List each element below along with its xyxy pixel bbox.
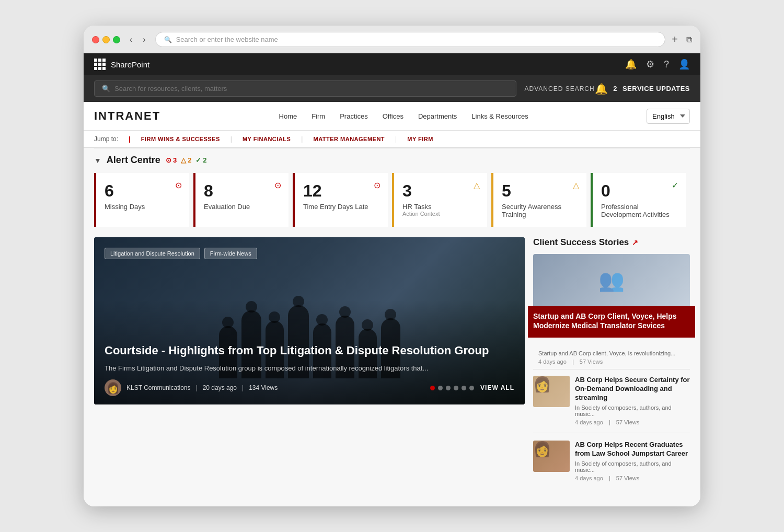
alert-red-count: 3	[173, 156, 177, 164]
story-3-date: 4 days ago	[575, 475, 603, 481]
jump-bar: Jump to: | FIRM WINS & SUCCESSES | MY FI…	[84, 131, 700, 148]
nav-firm[interactable]: Firm	[305, 103, 331, 130]
story-text-3: AB Corp Helps Recent Graduates from Law …	[575, 441, 690, 481]
alert-icon-missing: ⊙	[175, 180, 182, 190]
story-3-views: 57 Views	[616, 475, 639, 481]
view-all-button[interactable]: VIEW ALL	[480, 384, 514, 391]
dot-2[interactable]	[438, 386, 443, 390]
alert-icon-security: △	[573, 180, 579, 190]
nav-offices[interactable]: Offices	[376, 103, 410, 130]
story-item-2[interactable]: 👩 AB Corp Helps Secure Certainty for On-…	[533, 376, 690, 433]
address-bar[interactable]: 🔍 Search or enter the website name	[155, 32, 666, 47]
nav-departments[interactable]: Departments	[412, 103, 463, 130]
alert-label-time: Time Entry Days Late	[303, 203, 379, 211]
story-item-3[interactable]: 👩 AB Corp Helps Recent Graduates from La…	[533, 441, 690, 489]
hero-description: The Firms Litigation and Dispute Resolut…	[105, 364, 514, 373]
sharepoint-topbar: SharePoint 🔔 ⚙ ? 👤	[84, 53, 700, 75]
settings-icon[interactable]: ⚙	[646, 59, 654, 70]
browser-actions: + ⧉	[672, 33, 692, 45]
browser-frame: ‹ › 🔍 Search or enter the website name +…	[84, 26, 700, 506]
alert-card-time-entry[interactable]: 12 Time Entry Days Late ⊙	[293, 173, 388, 227]
nav-links-resources[interactable]: Links & Resources	[465, 103, 534, 130]
hero-author: 👩 KLST Communications | 20 days ago | 13…	[105, 379, 278, 396]
alert-card-hr-tasks[interactable]: 3 HR Tasks Action Context △	[392, 173, 487, 227]
grid-icon	[94, 59, 106, 70]
external-link-icon[interactable]: ↗	[632, 238, 638, 247]
story-2-date: 4 days ago	[575, 419, 603, 425]
main-content: Litigation and Dispute Resolution Firm-w…	[84, 237, 700, 506]
story-subtitle-3: In Society of composers, authors, and mu…	[575, 460, 690, 473]
jump-my-financials[interactable]: MY FINANCIALS	[243, 136, 291, 142]
alert-card-missing-days[interactable]: 6 Missing Days ⊙	[94, 173, 189, 227]
alert-num-security: 5	[502, 181, 578, 201]
advanced-search-button[interactable]: ADVANCED SEARCH	[525, 85, 595, 92]
hero-views: 134 Views	[249, 384, 278, 391]
jump-matter-mgmt[interactable]: MATTER MANAGEMENT	[313, 136, 385, 142]
profile-icon[interactable]: 👤	[678, 59, 690, 70]
nav-home[interactable]: Home	[273, 103, 304, 130]
alert-badge-red: ⊙ 3	[166, 156, 177, 164]
story-text-2: AB Corp Helps Secure Certainty for On-De…	[575, 376, 690, 425]
dot-6[interactable]	[469, 386, 474, 390]
forward-button[interactable]: ›	[140, 34, 148, 45]
topbar-icons: 🔔 ⚙ ? 👤	[625, 59, 690, 70]
client-stories-title: Client Success Stories ↗	[533, 237, 690, 248]
hero-tags: Litigation and Dispute Resolution Firm-w…	[105, 248, 257, 259]
jump-firm-wins[interactable]: FIRM WINS & SUCCESSES	[141, 136, 220, 142]
featured-date: 4 days ago	[538, 358, 567, 365]
alert-yellow-icon: △	[181, 156, 186, 164]
alert-sublabel-hr: Action Context	[402, 211, 479, 217]
hero-divider: |	[196, 384, 198, 391]
dot-1[interactable]	[430, 386, 435, 390]
jump-sep-3: |	[395, 135, 397, 143]
tab-copy-button[interactable]: ⧉	[686, 35, 692, 44]
alert-collapse-button[interactable]: ▼	[94, 156, 101, 165]
hero-footer: 👩 KLST Communications | 20 days ago | 13…	[105, 379, 514, 396]
main-search-input[interactable]	[114, 85, 509, 92]
hero-tag-firmwide[interactable]: Firm-wide News	[204, 248, 257, 259]
dot-3[interactable]	[446, 386, 451, 390]
browser-chrome: ‹ › 🔍 Search or enter the website name +…	[84, 26, 700, 53]
alert-icon-dev: ✓	[672, 180, 678, 190]
hero-pagination-dots	[430, 386, 474, 390]
language-select[interactable]: English	[647, 109, 690, 124]
alert-yellow-count: 2	[188, 156, 191, 164]
back-button[interactable]: ‹	[126, 34, 135, 45]
alert-label-hr: HR Tasks	[402, 203, 479, 211]
notification-icon[interactable]: 🔔	[625, 59, 637, 70]
story-featured-item[interactable]: 👥 Startup and AB Corp Client, Voyce, Hel…	[533, 254, 690, 369]
alert-num-time: 12	[303, 181, 379, 201]
new-tab-button[interactable]: +	[672, 33, 678, 45]
featured-story-title: Startup and AB Corp Client, Voyce, Helps…	[533, 311, 690, 330]
alert-green-count: 2	[203, 156, 206, 164]
story-title-3: AB Corp Helps Recent Graduates from Law …	[575, 441, 690, 458]
hero-section: Litigation and Dispute Resolution Firm-w…	[94, 237, 525, 404]
story-subtitle-2: In Society of composers, authors, and mu…	[575, 404, 690, 417]
story-2-sep: |	[609, 419, 612, 425]
jump-my-firm[interactable]: MY FIRM	[407, 136, 433, 142]
featured-story-subtitle: Startup and AB Corp client, Voyce, is re…	[538, 350, 685, 356]
alert-card-security[interactable]: 5 Security Awareness Training △	[491, 173, 586, 227]
hero-controls: VIEW ALL	[430, 384, 514, 391]
alert-card-development[interactable]: 0 Professional Development Activities ✓	[591, 173, 686, 227]
jump-sep-1: |	[230, 135, 232, 143]
help-icon[interactable]: ?	[664, 59, 669, 70]
main-search-wrap: 🔍	[94, 80, 516, 97]
story-thumb-3: 👩	[533, 441, 570, 472]
alert-card-evaluation[interactable]: 8 Evaluation Due ⊙	[193, 173, 289, 227]
dot-4[interactable]	[454, 386, 458, 390]
hero-tag-litigation[interactable]: Litigation and Dispute Resolution	[105, 248, 200, 259]
alert-icon-hr: △	[474, 180, 480, 190]
alert-bell-icon[interactable]: 🔔	[595, 83, 608, 95]
minimize-button[interactable]	[102, 36, 110, 43]
alert-badge-green: ✓ 2	[195, 156, 206, 164]
nav-links: Home Firm Practices Offices Departments …	[273, 103, 535, 130]
alert-icon-time: ⊙	[374, 180, 381, 190]
alert-label-missing: Missing Days	[105, 203, 181, 211]
dot-5[interactable]	[462, 386, 466, 390]
nav-practices[interactable]: Practices	[333, 103, 374, 130]
maximize-button[interactable]	[113, 36, 120, 43]
nav-bar: INTRANET Home Firm Practices Offices Dep…	[84, 102, 700, 131]
jump-sep-2: |	[301, 135, 303, 143]
close-button[interactable]	[92, 36, 99, 43]
